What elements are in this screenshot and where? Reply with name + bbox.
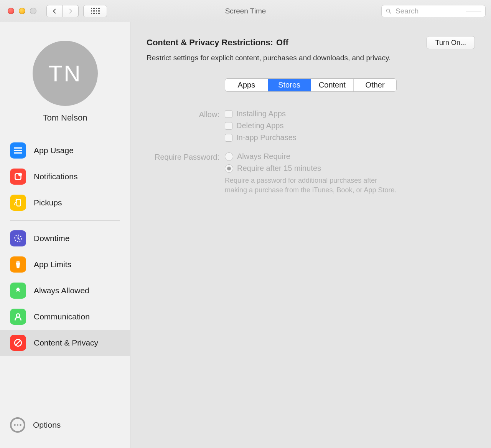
grid-icon [91,8,100,14]
section-status: Off [276,38,288,48]
turn-on-button[interactable]: Turn On... [427,36,475,49]
tab-apps[interactable]: Apps [225,79,268,91]
main-pane: Content & Privacy Restrictions: Off Turn… [130,22,491,448]
sidebar-item-app-limits[interactable]: App Limits [0,251,130,278]
sidebar-item-label: App Limits [34,260,71,269]
sidebar: TN Tom Nelson App Usage Notifications [0,22,130,448]
close-window-button[interactable] [8,8,14,14]
minimize-window-button[interactable] [19,8,25,14]
search-icon [386,8,392,14]
app-limits-icon [10,256,26,273]
profile-name: Tom Nelson [0,113,130,123]
back-button[interactable] [46,5,63,17]
radio-label: Require after 15 minutes [237,164,321,173]
sidebar-item-label: App Usage [34,146,74,155]
avatar[interactable]: TN [33,41,98,106]
search-field[interactable] [381,5,486,17]
search-input[interactable] [395,7,463,16]
sidebar-item-app-usage[interactable]: App Usage [0,137,130,164]
chevron-right-icon [67,8,74,15]
sidebar-item-options[interactable]: Options [10,417,120,433]
traffic-lights [8,8,36,14]
sidebar-group-2: Downtime App Limits Always Allowed Commu… [0,224,130,357]
pickups-icon [10,195,26,211]
checkbox-label: Deleting Apps [236,121,283,130]
form: Allow: Installing Apps Deleting Apps In-… [147,109,475,195]
svg-point-3 [18,173,22,177]
sidebar-item-content-privacy[interactable]: Content & Privacy [0,330,130,356]
segmented-control: Apps Stores Content Other [225,78,397,92]
svg-line-1 [389,12,391,13]
sidebar-item-label: Downtime [34,234,69,243]
radio-icon [225,152,233,161]
password-help-text: Require a password for additional purcha… [225,176,401,195]
checkbox-label: In-app Purchases [236,133,297,142]
sidebar-item-label: Always Allowed [34,286,89,295]
sidebar-item-always-allowed[interactable]: Always Allowed [0,278,130,304]
svg-point-6 [16,314,20,317]
require-password-row: Require Password: Always Require Require… [147,152,475,195]
search-decoration [466,11,481,12]
tab-stores[interactable]: Stores [268,79,311,91]
checkbox-icon [225,122,232,130]
password-always-require[interactable]: Always Require [225,152,475,161]
checkbox-icon [225,134,232,142]
allow-label: Allow: [147,109,225,145]
forward-button[interactable] [63,5,79,17]
sidebar-item-label: Communication [34,312,90,321]
allow-row: Allow: Installing Apps Deleting Apps In-… [147,109,475,145]
sidebar-item-label: Pickups [34,198,62,207]
checkbox-label: Installing Apps [236,109,286,118]
section-title: Content & Privacy Restrictions: [147,38,273,48]
section-description: Restrict settings for explicit content, … [147,54,475,62]
sidebar-item-pickups[interactable]: Pickups [0,190,130,216]
content-privacy-icon [10,335,26,351]
require-password-label: Require Password: [147,152,225,195]
sidebar-item-label: Content & Privacy [34,338,98,347]
radio-label: Always Require [237,152,290,161]
maximize-window-button[interactable] [30,8,36,14]
tab-other[interactable]: Other [353,79,396,91]
sidebar-group-1: App Usage Notifications Pickups [0,136,130,217]
allow-deleting-apps[interactable]: Deleting Apps [225,121,475,130]
svg-rect-4 [17,199,21,206]
sidebar-item-downtime[interactable]: Downtime [0,225,130,251]
svg-line-8 [16,341,21,346]
title-bar: Screen Time [0,0,491,22]
downtime-icon [10,230,26,246]
checkbox-icon [225,110,232,118]
sidebar-item-notifications[interactable]: Notifications [0,164,130,190]
header-row: Content & Privacy Restrictions: Off Turn… [147,36,475,49]
communication-icon [10,309,26,325]
radio-icon [225,164,233,173]
notifications-icon [10,169,26,185]
sidebar-item-label: Options [33,420,61,430]
password-require-after-15[interactable]: Require after 15 minutes [225,164,475,173]
show-all-button[interactable] [83,5,107,17]
sidebar-footer: Options [0,410,130,448]
tab-content[interactable]: Content [311,79,354,91]
nav-buttons [46,5,79,17]
sidebar-item-label: Notifications [34,172,77,181]
allow-installing-apps[interactable]: Installing Apps [225,109,475,118]
sidebar-separator [10,220,120,221]
app-usage-icon [10,142,26,159]
always-allowed-icon [10,283,26,299]
allow-in-app-purchases[interactable]: In-app Purchases [225,133,475,142]
chevron-left-icon [51,8,58,15]
profile-section: TN Tom Nelson [0,22,130,136]
sidebar-item-communication[interactable]: Communication [0,304,130,330]
options-icon [10,417,25,433]
